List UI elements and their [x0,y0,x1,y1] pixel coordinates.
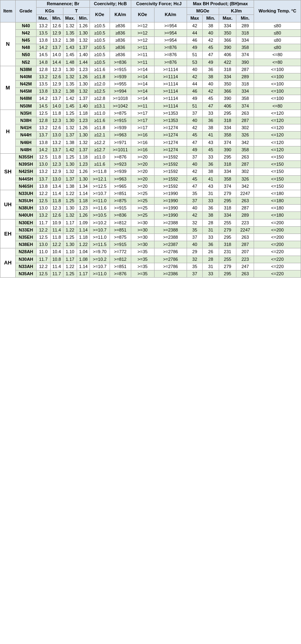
t-max-header: Max. [63,15,77,22]
kam2-cell: >=2386 [154,270,187,277]
mgoe-min-cell: 38 [203,22,219,29]
koe2-cell: >=20 [131,168,154,175]
mgoe-max-cell: 37 [187,234,203,241]
kjm-max-cell: 390 [219,95,236,102]
mgoe-min-cell: 42 [203,88,219,95]
koe2-cell: >=20 [131,175,154,183]
kgs-max-cell: 13.0 [37,161,51,168]
table-row: N39SH13.012.31.301.23≥11.6>=923>=20>=159… [0,161,301,168]
kam-cell: >=812 [110,219,131,226]
koe-cell: ≥10.5 [90,29,110,37]
wt-cell: ≤80 [254,37,301,44]
mgoe-min-cell: 33 [203,110,219,117]
kam-cell: >=963 [110,175,131,183]
kgs-min-cell: 11.8 [50,110,63,117]
main-table: Item Grade Remanence; Br Coercivity; HcB… [0,0,301,278]
kam-cell: >=963 [110,132,131,139]
kam-cell: >=875 [110,197,131,205]
kgs-max-cell: 12.2 [37,226,51,234]
koe-cell: ≥12.0 [90,81,110,88]
t-max-cell: 1.42 [63,95,77,102]
mgoe-max-cell: 49 [187,44,203,51]
kgs-min-cell: 13.7 [50,44,63,51]
koe2-cell: >=30 [131,226,154,234]
grade-cell: N35H [16,110,37,117]
kgs-max-cell: 14.8 [37,59,51,66]
mgoe-max-cell: 45 [187,132,203,139]
kjm-min-cell: 287 [236,241,254,248]
mgoe-max-cell: 37 [187,110,203,117]
kjm-min-cell: 287 [236,205,254,212]
grade-cell: N30EH [16,219,37,226]
kjm-min-header: Min. [236,15,254,22]
koe-cell: ≥10.5 [90,51,110,59]
koe-cell: >=12.1 [90,175,110,183]
table-row: N48M14.213.71.421.37≥12.8>=1018>=14>=111… [0,95,301,102]
kgs-max-cell: 13.2 [37,124,51,132]
kjm-max-cell: 255 [219,219,236,226]
t-min-cell: 1.30 [77,81,90,88]
kgs-min-cell: 13.2 [50,139,63,146]
kjm-max-header: Max. [219,15,236,22]
koe-cell: >=12.5 [90,183,110,190]
kjm-max-cell: 334 [219,124,236,132]
kjm-max-cell: 295 [219,197,236,205]
table-row: N4213.512.91.351.30≥10.5≥836>=12>=954444… [0,29,301,37]
mgoe-min-cell: 36 [203,161,219,168]
kgs-max-cell: 12.8 [37,66,51,73]
kam-cell: >=875 [110,234,131,241]
kgs-max-cell: 13.0 [37,205,51,212]
mgoe-max-cell: 49 [187,146,203,153]
t-min-cell: 1.34 [77,183,90,190]
mgoe-max-cell: 44 [187,81,203,88]
grade-cell: N45 [16,37,37,44]
grade-cell: N44H [16,132,37,139]
kam2-cell: >=1353 [154,110,187,117]
t-min-cell: 1.37 [77,95,90,102]
t-min-cell: 1.18 [77,110,90,117]
kjm-max-cell: 279 [219,226,236,234]
kam-cell: ≥836 [110,44,131,51]
t-min-cell: 1.37 [77,146,90,153]
wt-cell: <=220 [254,248,301,256]
t-min-cell: 1.26 [77,73,90,80]
kjm-max-cell: 231 [219,248,236,256]
t-min-cell: 1.32 [77,37,90,44]
t-max-cell: 1.38 [63,37,77,44]
mgoe-max-cell: 49 [187,95,203,102]
section-label: EH [0,219,16,248]
wt-cell: <=180 [254,212,301,219]
mgoe-max-cell: 35 [187,226,203,234]
kam-cell: >=994 [110,88,131,95]
kgs-min-cell: 11.8 [50,234,63,241]
wt-cell: <=120 [254,117,301,124]
grade-cell: N52 [16,59,37,66]
kam2-cell: >=1990 [154,212,187,219]
koe2-cell: >=11 [131,59,154,66]
t-max-cell: 1.10 [63,248,77,256]
grade-cell: N46H [16,139,37,146]
kgs-min-cell: 12.9 [50,168,63,175]
grade-cell: N48H [16,146,37,153]
grade-cell: N35UH [16,197,37,205]
item-header: Item [0,0,16,22]
kjm-min-cell: 263 [236,110,254,117]
kgs-max-cell: 13.2 [37,212,51,219]
mgoe-min-cell: 38 [203,212,219,219]
kjm-min-cell: 326 [236,175,254,183]
kam-cell: >=1018 [110,95,131,102]
wt-cell: <=180 [254,197,301,205]
mgoe-max-header: Max [187,15,203,22]
mgoe-min-cell: 31 [203,226,219,234]
kjm-max-cell: 374 [219,183,236,190]
t-min-cell: 1.23 [77,117,90,124]
kgs-min-cell: 10.4 [50,248,63,256]
grade-cell: N39SH [16,161,37,168]
kam-cell: ≥836 [110,51,131,59]
kjm-min-cell: 263 [236,153,254,160]
kgs-min-cell: 10.8 [50,256,63,263]
t-min-cell: 1.26 [77,212,90,219]
max-bh-header: Max BH Product; (BH)max [187,0,254,8]
mgoe-min-cell: 47 [203,51,219,59]
kjm-max-cell: 366 [219,88,236,95]
